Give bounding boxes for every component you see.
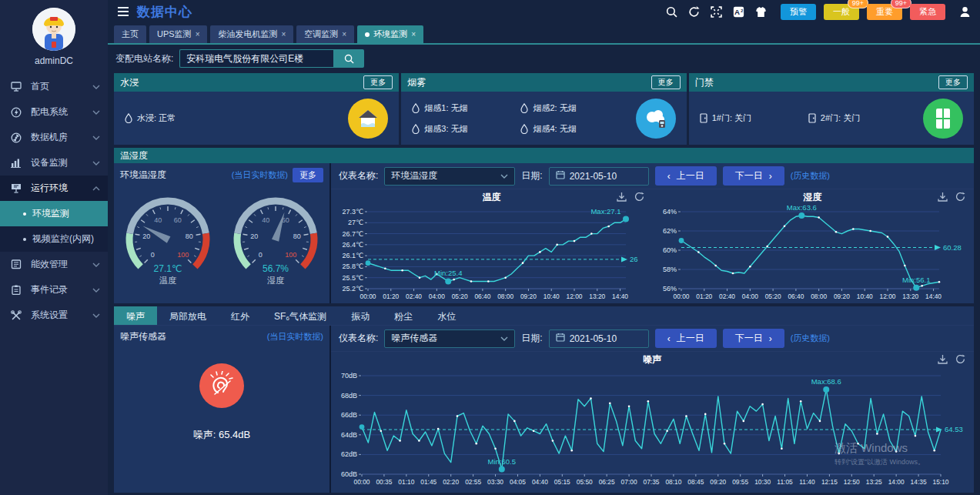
sidebar-item-配电系统[interactable]: 配电系统	[0, 99, 108, 125]
svg-text:13:20: 13:20	[589, 293, 605, 300]
svg-text:15:10: 15:10	[933, 478, 949, 486]
tab-空调监测[interactable]: 空调监测×	[296, 25, 354, 43]
card-item-烟感2: 烟感2: 无烟	[520, 102, 629, 114]
history-link[interactable]: (历史数据)	[791, 333, 830, 344]
reload-icon[interactable]	[955, 191, 965, 205]
realtime-label: (当日实时数据)	[267, 331, 323, 343]
more-button[interactable]: 更多	[293, 168, 323, 182]
sensor-tab-粉尘[interactable]: 粉尘	[382, 306, 425, 325]
chart-tools	[617, 191, 644, 205]
sensor-tab-局部放电[interactable]: 局部放电	[157, 306, 219, 325]
more-button[interactable]: 更多	[651, 75, 681, 89]
download-icon[interactable]	[938, 353, 948, 367]
tab-close-icon[interactable]: ×	[281, 30, 286, 38]
search-icon[interactable]	[666, 6, 677, 18]
reload-icon[interactable]	[634, 191, 644, 205]
tab-UPS监测[interactable]: UPS监测×	[149, 25, 207, 43]
svg-text:02:40: 02:40	[719, 293, 735, 300]
sensor-tab-噪声[interactable]: 噪声	[114, 306, 157, 325]
station-name-input[interactable]	[179, 49, 333, 68]
meter-select[interactable]: 噪声传感器	[384, 329, 515, 348]
svg-text:11:05: 11:05	[777, 478, 793, 486]
main-area: 数据中心 A2预警一般99+重要99+紧急 主页UPS监测×柴油发电机监测×空调…	[108, 0, 980, 495]
alarm-badge: 99+	[848, 0, 868, 8]
sidebar-item-设备监测[interactable]: 设备监测	[0, 150, 108, 176]
theme-icon[interactable]	[755, 6, 767, 18]
chart-controls: 仪表名称: 环境温湿度 日期: 2021-05-10 ‹上一日	[331, 163, 974, 189]
tab-环境监测[interactable]: 环境监测×	[357, 25, 423, 43]
tab-close-icon[interactable]: ×	[411, 30, 416, 38]
sidebar-subitem-视频监控(内网)[interactable]: 视频监控(内网)	[0, 226, 108, 252]
download-icon[interactable]	[617, 191, 627, 205]
svg-text:07:35: 07:35	[644, 478, 660, 486]
card-门禁: 门禁更多1#门: 关门2#门: 关门	[689, 73, 974, 145]
sidebar-item-运行环境[interactable]: 运行环境	[0, 176, 108, 201]
sidebar-item-首页[interactable]: 首页	[0, 74, 108, 99]
next-day-button[interactable]: 下一日›	[723, 166, 784, 186]
svg-text:04:00: 04:00	[742, 293, 758, 300]
avatar[interactable]	[32, 8, 75, 51]
tab-主页[interactable]: 主页	[114, 25, 146, 43]
sensor-tab-红外[interactable]: 红外	[219, 306, 262, 325]
svg-text:06:40: 06:40	[788, 293, 804, 300]
tab-柴油发电机监测[interactable]: 柴油发电机监测×	[210, 25, 293, 43]
section-header: 温湿度	[114, 148, 974, 163]
card-header: 水浸更多	[114, 73, 399, 92]
more-button[interactable]: 更多	[938, 75, 968, 89]
sensor-tab-振动[interactable]: 振动	[339, 306, 382, 325]
tab-close-icon[interactable]: ×	[342, 30, 346, 38]
active-tab-dot	[365, 32, 370, 37]
font-size-icon[interactable]: A2	[733, 6, 744, 18]
user-icon[interactable]	[959, 6, 971, 18]
svg-text:25.2℃: 25.2℃	[342, 285, 363, 293]
realtime-label: (当日实时数据)	[232, 169, 288, 181]
date-picker[interactable]: 2021-05-10	[549, 329, 649, 348]
svg-text:08:45: 08:45	[687, 478, 704, 486]
prev-day-button[interactable]: ‹上一日	[655, 166, 717, 186]
droplet-icon	[412, 103, 420, 113]
prev-day-button[interactable]: ‹上一日	[655, 329, 717, 348]
svg-text:01:20: 01:20	[696, 293, 712, 300]
svg-text:05:50: 05:50	[577, 478, 593, 486]
fullscreen-icon[interactable]	[711, 6, 722, 18]
search-button[interactable]	[333, 49, 364, 68]
sensor-tab-水位[interactable]: 水位	[425, 306, 468, 325]
sidebar-item-能效管理[interactable]: 能效管理	[0, 252, 108, 277]
gauge-温度: 02040608010027.1℃温度	[116, 190, 219, 301]
sidebar-item-系统设置[interactable]: 系统设置	[0, 303, 108, 328]
menu-icon[interactable]	[117, 6, 129, 17]
svg-text:80: 80	[293, 232, 301, 240]
username: adminDC	[0, 55, 108, 66]
history-link[interactable]: (历史数据)	[791, 170, 830, 182]
svg-text:03:30: 03:30	[487, 478, 503, 486]
alarm-button-预警[interactable]: 预警	[781, 4, 816, 20]
svg-text:25.5℃: 25.5℃	[342, 274, 363, 282]
svg-text:13:25: 13:25	[866, 478, 882, 486]
alarm-button-紧急[interactable]: 紧急	[910, 4, 945, 20]
svg-text:06:25: 06:25	[599, 478, 615, 486]
next-day-button[interactable]: 下一日›	[723, 329, 784, 348]
alarm-button-重要[interactable]: 重要99+	[867, 4, 902, 20]
meter-select[interactable]: 环境温湿度	[384, 167, 515, 186]
svg-text:01:10: 01:10	[398, 478, 414, 486]
sidebar-item-事件记录[interactable]: 事件记录	[0, 277, 108, 303]
date-picker[interactable]: 2021-05-10	[549, 167, 649, 186]
download-icon[interactable]	[938, 191, 948, 205]
svg-text:66dB: 66dB	[341, 411, 357, 419]
sidebar-subitem-环境监测[interactable]: 环境监测	[0, 201, 108, 226]
alarm-button-一般[interactable]: 一般99+	[824, 4, 859, 20]
reload-icon	[634, 192, 644, 202]
more-button[interactable]: 更多	[363, 75, 393, 89]
refresh-icon[interactable]	[688, 6, 700, 18]
svg-text:25.8℃: 25.8℃	[342, 263, 363, 270]
tab-label: 柴油发电机监测	[218, 28, 277, 40]
card-item-text: 烟感1: 无烟	[424, 102, 467, 114]
reload-icon[interactable]	[955, 353, 965, 367]
svg-text:10:40: 10:40	[857, 293, 873, 300]
smoke-icon	[636, 99, 676, 139]
card-body: 烟感1: 无烟烟感2: 无烟烟感3: 无烟烟感4: 无烟	[401, 92, 686, 145]
tab-close-icon[interactable]: ×	[196, 30, 200, 38]
droplet-icon	[520, 124, 528, 134]
sidebar-item-数据机房[interactable]: 数据机房	[0, 125, 108, 150]
sensor-tab-SF₆气体监测[interactable]: SF₆气体监测	[262, 306, 339, 325]
